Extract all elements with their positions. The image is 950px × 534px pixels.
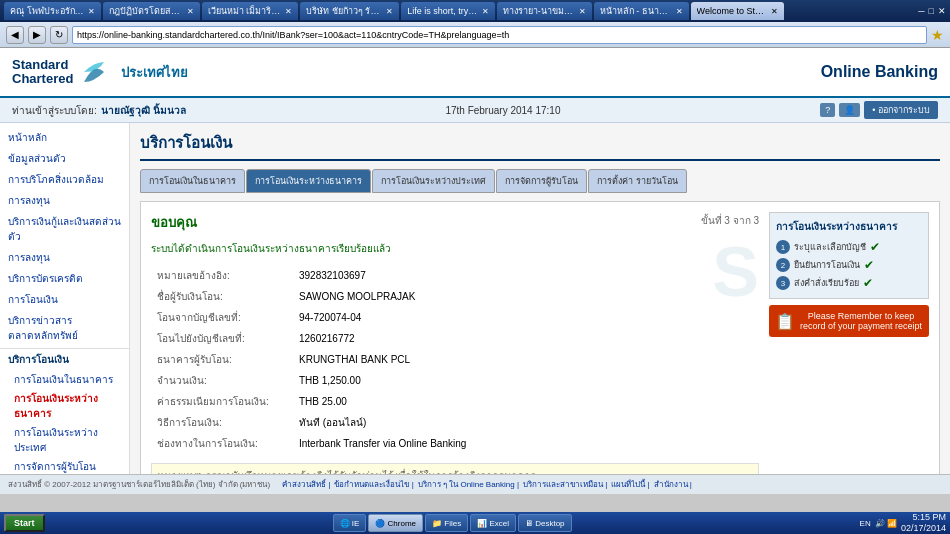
username: นายณัฐวุฒิ นิ้มนวล (101, 103, 186, 118)
refresh-button[interactable]: ↻ (50, 26, 68, 44)
taskbar-app[interactable]: 🖥 Desktop (518, 514, 572, 532)
sidebar-item[interactable]: การลงทุน (0, 247, 129, 268)
taskbar-app[interactable]: 🌐 IE (333, 514, 367, 532)
url-text: https://online-banking.standardchartered… (77, 30, 509, 40)
browser-tab[interactable]: Welcome to Stan...✕ (691, 2, 784, 20)
taskbar-app[interactable]: 📁 Files (425, 514, 468, 532)
user-bar: ท่านเข้าสู่ระบบโดย: นายณัฐวุฒิ นิ้มนวล 1… (0, 98, 950, 123)
page-content: Standard Chartered ประเทศไทย Online Bank… (0, 48, 950, 494)
sidebar-item[interactable]: บริการข่าวสารตลาดหลักทรัพย์ (0, 310, 129, 346)
receipt-row: หมายเลขอ้างอิง:392832103697 (153, 266, 757, 285)
system-icons: 🔊 📶 (875, 519, 897, 528)
footer-link[interactable]: ข้อกำหนดและเงื่อนไข | (334, 478, 413, 491)
field-label: วิธีการโอนเงิน: (153, 413, 293, 432)
win-taskbar: Start 🌐 IE🔵 Chrome📁 Files📊 Excel🖥 Deskto… (0, 512, 950, 534)
user-actions: ? 👤 • ออกจากระบบ (820, 101, 938, 119)
maximize-icon[interactable]: □ (929, 6, 934, 16)
receipt-row: โอนไปยังบัญชีเลขที่:1260216772 (153, 329, 757, 348)
system-clock: 5:15 PM 02/17/2014 (901, 512, 946, 534)
bank-name-line1: Standard (12, 58, 73, 72)
browser-tab[interactable]: บริษัท ชัยก้าวๆ รักก...✕ (300, 2, 399, 20)
step-item: 2ยืนยันการโอนเงิน✔ (776, 256, 922, 274)
sidebar-item[interactable]: การโอนเงิน (0, 289, 129, 310)
browser-tab[interactable]: กฎปัฏิบัตรโดยสาร...✕ (103, 2, 200, 20)
sidebar-sub-item[interactable]: การโอนเงินในธนาคาร (0, 370, 129, 389)
footer-link[interactable]: คำสงวนสิทธิ์ | (282, 478, 330, 491)
datetime-display: 17th February 2014 17:10 (445, 105, 560, 116)
step-text: ส่งคำสั่งเรียบร้อย (794, 276, 859, 290)
bank-title: Online Banking (821, 63, 938, 81)
browser-tab[interactable]: คณุ โพฬประอรัก อ...✕ (4, 2, 101, 20)
success-message: ระบบได้ดำเนินการโอนเงินระหว่างธนาคารเรีย… (151, 241, 759, 256)
receipt-right: การโอนเงินระหว่างธนาคาร 1ระบุและเลือกบัญ… (769, 212, 929, 474)
sidebar-item[interactable]: ข้อมูลส่วนตัว (0, 148, 129, 169)
footer-link[interactable]: แผนที่ไปนี้ | (611, 478, 649, 491)
browser-tab[interactable]: เวียนหม่า เม็มาริ ตั...✕ (202, 2, 299, 20)
back-button[interactable]: ◀ (6, 26, 24, 44)
close-icon[interactable]: ✕ (938, 6, 946, 16)
bank-header: Standard Chartered ประเทศไทย Online Bank… (0, 48, 950, 98)
sidebar-item[interactable]: บริการเงินกู้และเงินสดส่วนตัว (0, 211, 129, 247)
content-tab[interactable]: การโอนเงินระหว่างธนาคาร (246, 169, 371, 193)
step-number: 1 (776, 240, 790, 254)
receipt-row: จำนวนเงิน:THB 1,250.00 (153, 371, 757, 390)
content-tab[interactable]: การโอนเงินในธนาคาร (140, 169, 245, 193)
sidebar-item[interactable]: บริการบัตรเครดิต (0, 268, 129, 289)
sidebar-item[interactable]: การบริโภคสิ่งแวดล้อม (0, 169, 129, 190)
receipt-left: ขอบคุณ ขั้นที่ 3 จาก 3 ระบบได้ดำเนินการโ… (151, 212, 759, 474)
step-indicator: ขั้นที่ 3 จาก 3 (701, 213, 759, 228)
taskbar-apps: 🌐 IE🔵 Chrome📁 Files📊 Excel🖥 Desktop (333, 514, 572, 532)
logout-button[interactable]: • ออกจากระบบ (864, 101, 938, 119)
receipt-row: ธนาคารผู้รับโอน:KRUNGTHAI BANK PCL (153, 350, 757, 369)
sidebar: หน้าหลักข้อมูลส่วนตัวการบริโภคสิ่งแวดล้อ… (0, 123, 130, 474)
field-value: ทันที (ออนไลน์) (295, 413, 757, 432)
content-tab[interactable]: การตั้งค่า รายวันโอน (588, 169, 687, 193)
reminder-box: 📋 Please Remember to keep record of your… (769, 305, 929, 337)
field-label: ค่าธรรมเนียมการโอนเงิน: (153, 392, 293, 411)
receipt-row: วิธีการโอนเงิน:ทันที (ออนไลน์) (153, 413, 757, 432)
address-bar: ◀ ▶ ↻ https://online-banking.standardcha… (0, 22, 950, 48)
step-item: 3ส่งคำสั่งเรียบร้อย✔ (776, 274, 922, 292)
check-icon: ✔ (864, 258, 874, 272)
receipt-box: ขอบคุณ ขั้นที่ 3 จาก 3 ระบบได้ดำเนินการโ… (140, 201, 940, 474)
footer-link[interactable]: บริการและสาขาเหมือน | (523, 478, 607, 491)
field-value: THB 25.00 (295, 392, 757, 411)
content-area: บริการโอนเงิน การโอนเงินในธนาคารการโอนเง… (130, 123, 950, 474)
browser-tab[interactable]: Life is short, try e...✕ (401, 2, 495, 20)
sidebar-item[interactable]: หน้าหลัก (0, 127, 129, 148)
help-button[interactable]: ? (820, 103, 835, 117)
sidebar-sub-item[interactable]: การโอนเงินระหว่างประเทศ (0, 423, 129, 457)
forward-button[interactable]: ▶ (28, 26, 46, 44)
step-text: ระบุและเลือกบัญชี (794, 240, 866, 254)
taskbar-app[interactable]: 🔵 Chrome (368, 514, 423, 532)
main-layout: หน้าหลักข้อมูลส่วนตัวการบริโภคสิ่งแวดล้อ… (0, 123, 950, 474)
bank-logo: Standard Chartered ประเทศไทย (12, 57, 188, 87)
start-button[interactable]: Start (4, 514, 45, 532)
sidebar-sub-item[interactable]: การจัดการผู้รับโอน (0, 457, 129, 474)
field-label: ธนาคารผู้รับโอน: (153, 350, 293, 369)
bank-country: ประเทศไทย (121, 62, 188, 83)
footer-link[interactable]: สำนักงาน | (654, 478, 692, 491)
steps-box: การโอนเงินระหว่างธนาคาร 1ระบุและเลือกบัญ… (769, 212, 929, 299)
browser-tab-bar: คณุ โพฬประอรัก อ...✕กฎปัฏิบัตรโดยสาร...✕… (0, 0, 950, 22)
bookmark-icon[interactable]: ★ (931, 27, 944, 43)
content-tab[interactable]: การโอนเงินระหว่างประเทศ (372, 169, 495, 193)
taskbar-app[interactable]: 📊 Excel (470, 514, 516, 532)
step-item: 1ระบุและเลือกบัญชี✔ (776, 238, 922, 256)
field-label: โอนไปยังบัญชีเลขที่: (153, 329, 293, 348)
sidebar-item[interactable]: การลงทุน (0, 190, 129, 211)
field-value: 392832103697 (295, 266, 757, 285)
minimize-icon[interactable]: ─ (918, 6, 924, 16)
steps-list: 1ระบุและเลือกบัญชี✔2ยืนยันการโอนเงิน✔3ส่… (776, 238, 922, 292)
field-value: KRUNGTHAI BANK PCL (295, 350, 757, 369)
receipt-row: ช่องทางในการโอนเงิน:Interbank Transfer v… (153, 434, 757, 453)
sidebar-sub-item[interactable]: การโอนเงินระหว่างธนาคาร (0, 389, 129, 423)
url-input[interactable]: https://online-banking.standardchartered… (72, 26, 927, 44)
browser-tab[interactable]: ทางรายา-นาขมอง...✕ (497, 2, 592, 20)
profile-button[interactable]: 👤 (839, 103, 860, 117)
step-text: ยืนยันการโอนเงิน (794, 258, 860, 272)
content-tab[interactable]: การจัดการผู้รับโอน (496, 169, 587, 193)
browser-tab[interactable]: หน้าหลัก - ธนาทร...✕ (594, 2, 689, 20)
steps-title: การโอนเงินระหว่างธนาคาร (776, 219, 922, 234)
footer-link[interactable]: บริการ ๆ ใน Online Banking | (418, 478, 519, 491)
